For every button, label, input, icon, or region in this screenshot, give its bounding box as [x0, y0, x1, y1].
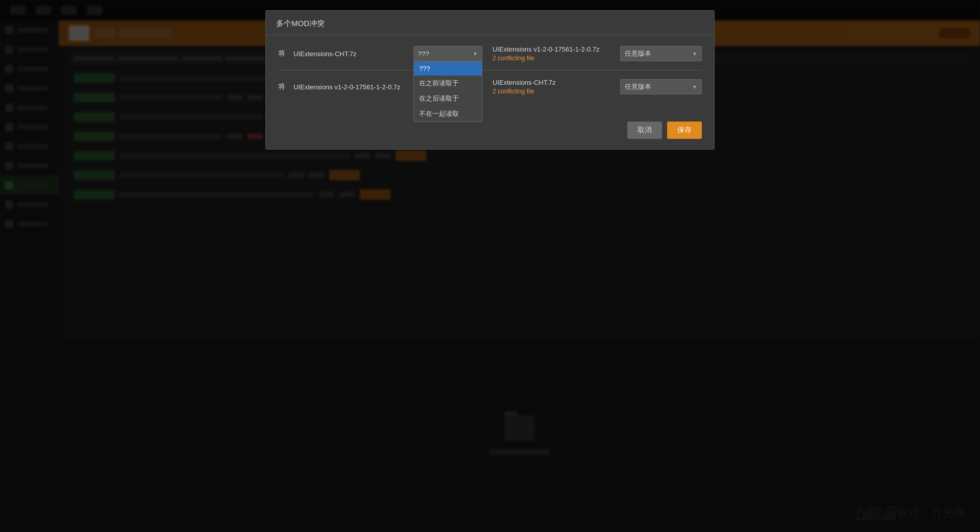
row1-version-label: 任意版本: [625, 49, 651, 58]
row1-target-mod-name: UIExtensions v1-2-0-17561-1-2-0.7z: [493, 45, 610, 53]
row2-conflict-count: 2 conflicting file: [493, 88, 610, 95]
modal-overlay: 多个MOD冲突 将 UIExtensions-CHT.7z ??? ▼ ???: [0, 0, 980, 532]
row2-version-arrow: ▼: [692, 84, 697, 90]
dialog-body: 将 UIExtensions-CHT.7z ??? ▼ ??? 在之前读取于 在…: [266, 35, 714, 113]
row1-dropdown[interactable]: ??? ▼: [413, 46, 482, 61]
conflict-row-1: 将 UIExtensions-CHT.7z ??? ▼ ??? 在之前读取于 在…: [278, 45, 702, 62]
row1-label: 将: [278, 49, 291, 58]
dialog-title: 多个MOD冲突: [276, 19, 325, 28]
cancel-button[interactable]: 取消: [627, 122, 662, 139]
row1-conflict-count: 2 conflicting file: [493, 55, 610, 62]
row1-version-arrow: ▼: [692, 51, 697, 57]
dropdown-option-2[interactable]: 在之前读取于: [414, 76, 482, 91]
row1-target-mod: UIExtensions v1-2-0-17561-1-2-0.7z 2 con…: [493, 45, 610, 62]
dropdown-option-3[interactable]: 在之后读取于: [414, 91, 482, 106]
row1-dropdown-wrapper: ??? ▼ ??? 在之前读取于 在之后读取于 不在一起读取: [413, 46, 482, 61]
row2-label: 将: [278, 82, 291, 91]
row2-mod-name: UIExtensions v1-2-0-17561-1-2-0.7z: [291, 83, 403, 91]
divider: [278, 70, 702, 70]
row1-dropdown-arrow: ▼: [473, 51, 478, 57]
conflict-dialog: 多个MOD冲突 将 UIExtensions-CHT.7z ??? ▼ ???: [265, 10, 715, 150]
dialog-footer: 取消 保存: [266, 113, 714, 149]
row2-target-mod-name: UIExtensions-CHT.7z: [493, 79, 610, 86]
row2-version-label: 任意版本: [625, 82, 651, 91]
save-button[interactable]: 保存: [667, 122, 702, 139]
conflict-row-2: 将 UIExtensions v1-2-0-17561-1-2-0.7z ???…: [278, 79, 702, 95]
dropdown-option-4[interactable]: 不在一起读取: [414, 106, 482, 122]
dialog-title-bar: 多个MOD冲突: [266, 11, 714, 35]
row2-target-mod: UIExtensions-CHT.7z 2 conflicting file: [493, 79, 610, 95]
row1-dropdown-value: ???: [418, 50, 429, 58]
row1-mod-name: UIExtensions-CHT.7z: [291, 50, 403, 58]
dropdown-option-1[interactable]: ???: [414, 62, 482, 76]
row1-version-dropdown[interactable]: 任意版本 ▼: [620, 46, 702, 61]
row2-version-dropdown[interactable]: 任意版本 ▼: [620, 79, 702, 94]
row1-dropdown-menu: ??? 在之前读取于 在之后读取于 不在一起读取: [413, 61, 482, 122]
